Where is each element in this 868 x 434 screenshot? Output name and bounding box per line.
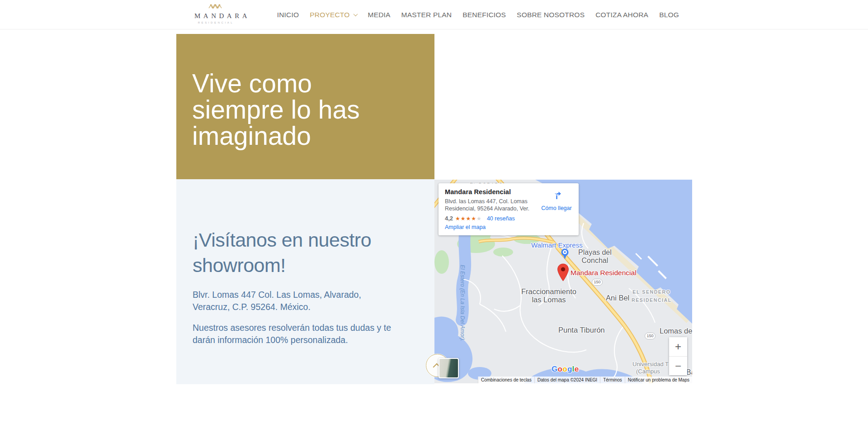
directions-icon (551, 190, 562, 201)
info-card-address: Blvd. las Lomas 447, Col. Lomas Residenc… (445, 198, 542, 212)
report-problem-link[interactable]: Notificar un problema de Maps (625, 377, 692, 383)
red-map-pin[interactable] (557, 263, 569, 283)
showroom-description: Nuestros asesores resolverán todas tus d… (193, 322, 421, 346)
hero-banner: Vive como siempre lo has imaginado (176, 34, 434, 179)
keyboard-shortcuts-link[interactable]: Combinaciones de teclas (478, 377, 534, 383)
satellite-view-thumbnail[interactable] (439, 358, 459, 378)
star-icons-full: ★★★★ (455, 215, 476, 222)
logo-zigzag-icon (208, 3, 222, 9)
nav-item-cotiza-ahora[interactable]: COTIZA AHORA (595, 11, 648, 19)
nav-item-proyecto[interactable]: PROYECTO (310, 11, 357, 19)
logo-tagline: RESIDENCIAL (192, 21, 239, 24)
terms-link[interactable]: Términos (600, 377, 625, 383)
showroom-section: ¡Visítanos en nuestro showroom! Blvr. Lo… (176, 179, 434, 384)
showroom-address: Blvr. Lomas 447 Col. Las Lomas, Alvarado… (193, 289, 421, 313)
hero-heading: Vive como siempre lo has imaginado (192, 70, 421, 149)
map-info-card: Mandara Residencial Blvd. las Lomas 447,… (439, 183, 579, 235)
map-attribution-bar: Combinaciones de teclas Datos del mapa ©… (478, 377, 692, 383)
map-label-playas-del-conchal: Playas del Conchal (578, 248, 612, 265)
nav-item-inicio[interactable]: INICIO (277, 11, 299, 19)
google-map-embed[interactable]: EL DORADO Walmart Express Playas del Con… (434, 180, 692, 383)
map-label-el-sendero-residencial: EL SENDERO RESIDENCIAL (632, 288, 672, 304)
route-150-shield: 150 (645, 333, 656, 339)
header: MANDARA RESIDENCIAL INICIO PROYECTO MEDI… (0, 0, 868, 29)
rating-value: 4,2 (445, 215, 453, 222)
logo-wordmark: MANDARA (192, 12, 239, 20)
map-label-lomas-de: Lomas de (660, 327, 692, 335)
enlarge-map-link[interactable]: Ampliar el mapa (445, 224, 486, 230)
showroom-heading: ¡Visítanos en nuestro showroom! (193, 227, 421, 278)
zoom-in-button[interactable]: + (669, 337, 687, 356)
nav-item-sobre-nosotros[interactable]: SOBRE NOSOTROS (517, 11, 585, 19)
map-label-punta-tiburon: Punta Tiburón (558, 326, 605, 334)
map-label-universidad: Universidad T (Campus (632, 361, 669, 375)
directions-button[interactable]: Cómo llegar (539, 190, 574, 211)
directions-label: Cómo llegar (539, 205, 574, 211)
map-label-walmart-express: Walmart Express (531, 241, 583, 249)
route-150-shield: 150 (592, 279, 603, 286)
map-zoom-control: + − (669, 337, 687, 375)
map-label-el-estero: El Estero (En La Isla Del Amor). (458, 265, 467, 342)
map-label-fraccionamiento-las-lomas: Fraccionamiento las Lomas (521, 287, 576, 304)
nav-item-master-plan[interactable]: MASTER PLAN (401, 11, 452, 19)
zoom-out-button[interactable]: − (669, 356, 687, 375)
logo[interactable]: MANDARA RESIDENCIAL (192, 3, 239, 24)
map-label-ani-bel: Ani Bel (606, 294, 629, 302)
map-data-credit: Datos del mapa ©2024 INEGI (534, 377, 600, 383)
map-label-mandara-residencial: Mandara Residencial (571, 269, 637, 277)
chevron-down-icon (353, 12, 358, 16)
reviews-link[interactable]: 40 reseñas (487, 215, 515, 222)
google-logo[interactable]: Google (552, 365, 579, 374)
nav-item-beneficios[interactable]: BENEFICIOS (462, 11, 506, 19)
star-icon-empty: ★ (476, 215, 481, 222)
main-nav: INICIO PROYECTO MEDIA MASTER PLAN BENEFI… (277, 0, 679, 29)
page: MANDARA RESIDENCIAL INICIO PROYECTO MEDI… (0, 0, 868, 434)
nav-item-blog[interactable]: BLOG (659, 11, 679, 19)
nav-item-media[interactable]: MEDIA (368, 11, 391, 19)
info-card-rating: 4,2 ★★★★ ★ 40 reseñas (445, 215, 572, 222)
walmart-map-pin[interactable] (561, 248, 569, 262)
